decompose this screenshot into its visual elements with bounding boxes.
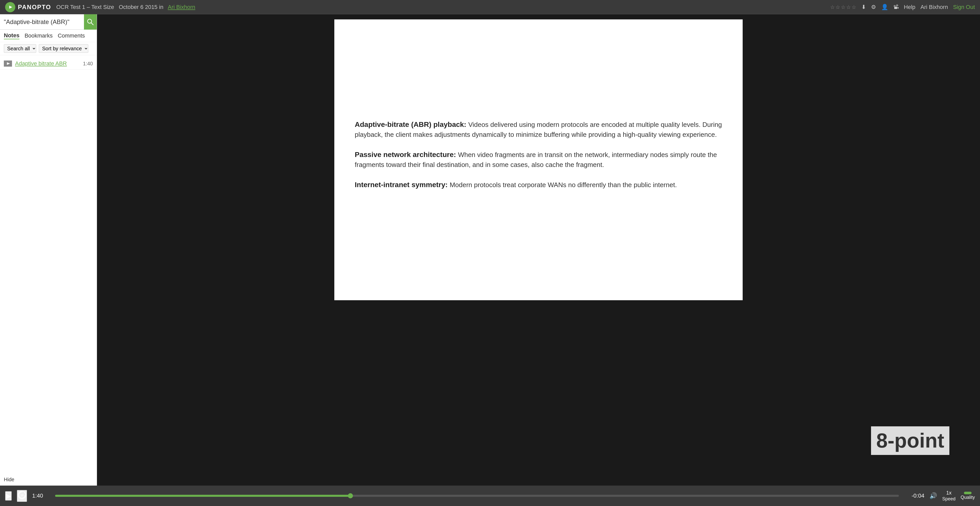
slide-block-2: Passive network architecture: When video… [355, 150, 722, 170]
star-2[interactable]: ☆ [835, 4, 840, 10]
speed-value: 1x [946, 490, 951, 496]
speed-section[interactable]: 1x Speed [942, 490, 956, 502]
user-name: Ari Bixhorn [921, 4, 948, 11]
time-current: 1:40 [32, 492, 50, 499]
result-thumbnail-icon [4, 60, 12, 67]
progress-handle[interactable] [348, 493, 353, 498]
speed-label: Speed [942, 496, 956, 502]
search-input[interactable] [0, 14, 84, 29]
result-title[interactable]: Adaptive bitrate ABR [15, 60, 83, 67]
star-4[interactable]: ☆ [846, 4, 851, 10]
progress-fill [55, 495, 350, 497]
star-3[interactable]: ☆ [841, 4, 845, 10]
author-link[interactable]: Ari Bixhorn [168, 4, 195, 10]
share-icon[interactable]: 👤 [881, 4, 888, 11]
page-title: OCR Test 1 – Text Size [56, 4, 114, 10]
slide-term-3: Internet-intranet symmetry: [355, 181, 448, 189]
quality-label: Quality [961, 495, 975, 500]
slide-term-1: Adaptive-bitrate (ABR) playback: [355, 121, 466, 129]
settings-icon[interactable]: ⚙ [871, 4, 876, 11]
sort-select[interactable]: Sort by relevance [39, 44, 88, 53]
slide-block-3: Internet-intranet symmetry: Modern proto… [355, 180, 722, 190]
panopto-logo-icon [5, 2, 15, 12]
top-navigation-bar: PANOPTO OCR Test 1 – Text Size October 6… [0, 0, 980, 14]
sign-out-button[interactable]: Sign Out [953, 4, 975, 11]
sidebar: Notes Bookmarks Comments Search all Sort… [0, 14, 97, 485]
right-controls: ☆ ☆ ☆ ☆ ☆ ⬇ ⚙ 👤 📽 Help Ari Bixhorn Sign … [830, 4, 975, 11]
svg-text:10: 10 [21, 494, 24, 497]
player-bar: ▶ 10 1:40 -0:04 🔊 1x Speed Quality [0, 485, 980, 506]
slide-term-2: Passive network architecture: [355, 151, 456, 159]
quality-knob[interactable] [964, 492, 972, 494]
filter-row: Search all Sort by relevance [0, 42, 97, 55]
time-remaining: -0:04 [904, 492, 924, 499]
hide-button[interactable]: Hide [4, 477, 14, 482]
sidebar-item-notes[interactable]: Notes [4, 32, 19, 39]
star-rating[interactable]: ☆ ☆ ☆ ☆ ☆ [830, 4, 856, 10]
search-bar [0, 14, 97, 30]
page-title-section: OCR Test 1 – Text Size October 6 2015 in… [56, 4, 830, 11]
result-time: 1:40 [83, 61, 93, 67]
sidebar-nav: Notes Bookmarks Comments [0, 30, 97, 42]
rewind-button[interactable]: 10 [17, 490, 27, 502]
search-button[interactable] [84, 14, 97, 30]
search-results: Adaptive bitrate ABR 1:40 [0, 55, 97, 472]
slide-block-1: Adaptive-bitrate (ABR) playback: Videos … [355, 120, 722, 140]
date-text: October 6 2015 in [119, 4, 163, 10]
sidebar-item-bookmarks[interactable]: Bookmarks [24, 32, 52, 39]
progress-bar[interactable] [55, 495, 899, 497]
help-button[interactable]: Help [904, 4, 915, 11]
sidebar-item-comments[interactable]: Comments [58, 32, 85, 39]
svg-line-3 [91, 23, 94, 25]
download-icon[interactable]: ⬇ [861, 4, 866, 11]
embed-icon[interactable]: 📽 [893, 4, 899, 11]
quality-section[interactable]: Quality [961, 492, 975, 500]
volume-button[interactable]: 🔊 [929, 492, 937, 500]
sidebar-hide-section: Hide [0, 472, 97, 485]
content-area: Adaptive-bitrate (ABR) playback: Videos … [97, 14, 980, 485]
eight-point-label: 8-point [871, 426, 950, 455]
play-button[interactable]: ▶ [5, 491, 12, 501]
search-all-select[interactable]: Search all [4, 44, 36, 53]
video-area: Adaptive-bitrate (ABR) playback: Videos … [97, 14, 980, 485]
slide-display: Adaptive-bitrate (ABR) playback: Videos … [334, 19, 743, 300]
logo: PANOPTO [5, 2, 51, 12]
main-layout: Notes Bookmarks Comments Search all Sort… [0, 14, 980, 485]
panopto-logo-text: PANOPTO [18, 3, 51, 11]
result-item[interactable]: Adaptive bitrate ABR 1:40 [0, 58, 97, 70]
slide-definition-3: Modern protocols treat corporate WANs no… [450, 181, 677, 189]
star-1[interactable]: ☆ [830, 4, 835, 10]
svg-point-2 [88, 19, 92, 23]
star-5[interactable]: ☆ [852, 4, 856, 10]
